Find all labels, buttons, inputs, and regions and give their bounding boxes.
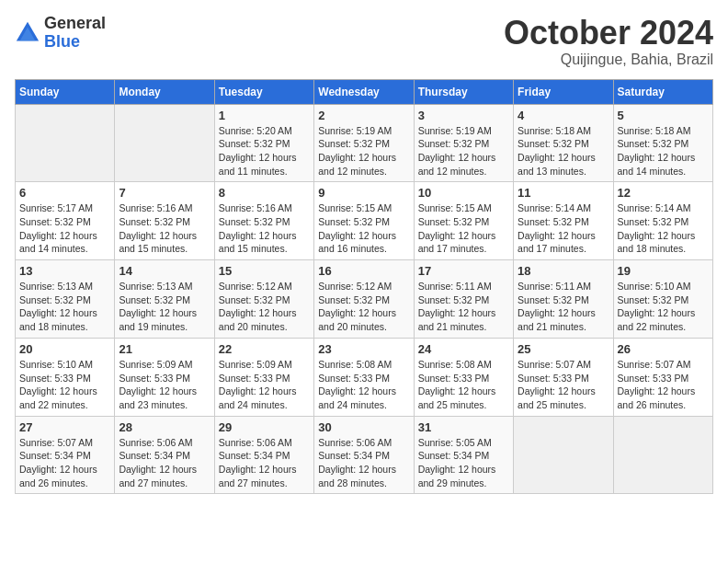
title-block: October 2024 Quijingue, Bahia, Brazil [504, 15, 713, 68]
logo-icon [15, 20, 40, 46]
calendar-cell: 24Sunrise: 5:08 AMSunset: 5:33 PMDayligh… [414, 338, 513, 416]
day-detail: Sunrise: 5:16 AMSunset: 5:32 PMDaylight:… [219, 201, 310, 256]
weekday-header: Thursday [414, 79, 513, 104]
day-number: 5 [618, 109, 709, 122]
day-number: 8 [219, 186, 310, 200]
day-number: 18 [518, 264, 609, 278]
calendar-cell: 15Sunrise: 5:12 AMSunset: 5:32 PMDayligh… [214, 260, 313, 339]
day-number: 26 [618, 342, 709, 356]
day-number: 13 [19, 264, 110, 278]
calendar-cell: 23Sunrise: 5:08 AMSunset: 5:33 PMDayligh… [314, 338, 414, 416]
calendar-cell: 26Sunrise: 5:07 AMSunset: 5:33 PMDayligh… [613, 338, 712, 416]
day-detail: Sunrise: 5:19 AMSunset: 5:32 PMDaylight:… [418, 124, 509, 178]
calendar-cell: 19Sunrise: 5:10 AMSunset: 5:32 PMDayligh… [613, 260, 712, 339]
calendar-cell: 1Sunrise: 5:20 AMSunset: 5:32 PMDaylight… [214, 104, 313, 182]
day-detail: Sunrise: 5:12 AMSunset: 5:32 PMDaylight:… [318, 280, 409, 334]
day-number: 29 [219, 420, 310, 434]
calendar-body: 1Sunrise: 5:20 AMSunset: 5:32 PMDaylight… [16, 104, 713, 494]
day-number: 21 [119, 342, 210, 356]
calendar-cell [115, 104, 214, 182]
calendar-cell: 2Sunrise: 5:19 AMSunset: 5:32 PMDaylight… [314, 104, 414, 182]
day-number: 31 [418, 420, 509, 434]
calendar-cell: 13Sunrise: 5:13 AMSunset: 5:32 PMDayligh… [16, 260, 115, 339]
day-number: 28 [119, 420, 210, 434]
logo: General Blue [15, 15, 106, 52]
calendar-cell: 10Sunrise: 5:15 AMSunset: 5:32 PMDayligh… [414, 182, 513, 260]
calendar-cell: 16Sunrise: 5:12 AMSunset: 5:32 PMDayligh… [314, 260, 414, 339]
calendar-cell: 14Sunrise: 5:13 AMSunset: 5:32 PMDayligh… [115, 260, 214, 339]
calendar-cell: 17Sunrise: 5:11 AMSunset: 5:32 PMDayligh… [414, 260, 513, 339]
day-detail: Sunrise: 5:16 AMSunset: 5:32 PMDaylight:… [119, 201, 210, 256]
day-number: 15 [219, 264, 310, 278]
day-number: 11 [518, 186, 609, 200]
day-number: 4 [518, 109, 609, 122]
day-detail: Sunrise: 5:06 AMSunset: 5:34 PMDaylight:… [318, 436, 409, 490]
day-detail: Sunrise: 5:12 AMSunset: 5:32 PMDaylight:… [219, 280, 310, 334]
day-detail: Sunrise: 5:14 AMSunset: 5:32 PMDaylight:… [618, 201, 709, 256]
calendar-header: SundayMondayTuesdayWednesdayThursdayFrid… [16, 79, 713, 104]
day-number: 23 [318, 342, 409, 356]
weekday-header: Tuesday [214, 79, 313, 104]
calendar-cell: 8Sunrise: 5:16 AMSunset: 5:32 PMDaylight… [214, 182, 313, 260]
day-detail: Sunrise: 5:07 AMSunset: 5:33 PMDaylight:… [618, 358, 709, 412]
calendar-table: SundayMondayTuesdayWednesdayThursdayFrid… [15, 79, 713, 495]
weekday-row: SundayMondayTuesdayWednesdayThursdayFrid… [16, 79, 713, 104]
day-detail: Sunrise: 5:19 AMSunset: 5:32 PMDaylight:… [318, 124, 409, 178]
calendar-cell: 3Sunrise: 5:19 AMSunset: 5:32 PMDaylight… [414, 104, 513, 182]
day-number: 10 [418, 186, 509, 200]
day-detail: Sunrise: 5:07 AMSunset: 5:33 PMDaylight:… [518, 358, 609, 412]
logo-general-text: General [44, 14, 106, 32]
calendar-cell: 9Sunrise: 5:15 AMSunset: 5:32 PMDaylight… [314, 182, 414, 260]
location-subtitle: Quijingue, Bahia, Brazil [504, 52, 713, 68]
calendar-week-row: 1Sunrise: 5:20 AMSunset: 5:32 PMDaylight… [16, 104, 713, 182]
calendar-cell [613, 416, 712, 494]
calendar-cell: 27Sunrise: 5:07 AMSunset: 5:34 PMDayligh… [16, 416, 115, 494]
day-number: 1 [219, 109, 310, 122]
day-number: 3 [418, 109, 509, 122]
day-detail: Sunrise: 5:11 AMSunset: 5:32 PMDaylight:… [418, 280, 509, 334]
day-number: 19 [618, 264, 709, 278]
calendar-cell [514, 416, 613, 494]
day-number: 24 [418, 342, 509, 356]
day-detail: Sunrise: 5:10 AMSunset: 5:33 PMDaylight:… [19, 358, 110, 412]
day-number: 14 [119, 264, 210, 278]
weekday-header: Saturday [613, 79, 712, 104]
day-detail: Sunrise: 5:20 AMSunset: 5:32 PMDaylight:… [219, 124, 310, 178]
weekday-header: Wednesday [314, 79, 414, 104]
day-number: 20 [19, 342, 110, 356]
calendar-week-row: 27Sunrise: 5:07 AMSunset: 5:34 PMDayligh… [16, 416, 713, 494]
calendar-cell: 6Sunrise: 5:17 AMSunset: 5:32 PMDaylight… [16, 182, 115, 260]
day-number: 30 [318, 420, 409, 434]
day-detail: Sunrise: 5:09 AMSunset: 5:33 PMDaylight:… [219, 358, 310, 412]
calendar-week-row: 13Sunrise: 5:13 AMSunset: 5:32 PMDayligh… [16, 260, 713, 339]
calendar-cell: 21Sunrise: 5:09 AMSunset: 5:33 PMDayligh… [115, 338, 214, 416]
day-detail: Sunrise: 5:18 AMSunset: 5:32 PMDaylight:… [518, 124, 609, 178]
day-number: 17 [418, 264, 509, 278]
day-number: 9 [318, 186, 409, 200]
calendar-week-row: 20Sunrise: 5:10 AMSunset: 5:33 PMDayligh… [16, 338, 713, 416]
calendar-cell: 7Sunrise: 5:16 AMSunset: 5:32 PMDaylight… [115, 182, 214, 260]
day-number: 7 [119, 186, 210, 200]
day-detail: Sunrise: 5:05 AMSunset: 5:34 PMDaylight:… [418, 436, 509, 490]
weekday-header: Sunday [16, 79, 115, 104]
calendar-cell: 4Sunrise: 5:18 AMSunset: 5:32 PMDaylight… [514, 104, 613, 182]
calendar-week-row: 6Sunrise: 5:17 AMSunset: 5:32 PMDaylight… [16, 182, 713, 260]
calendar-cell [16, 104, 115, 182]
day-number: 27 [19, 420, 110, 434]
logo-blue-text: Blue [44, 32, 80, 51]
calendar-cell: 20Sunrise: 5:10 AMSunset: 5:33 PMDayligh… [16, 338, 115, 416]
calendar-cell: 11Sunrise: 5:14 AMSunset: 5:32 PMDayligh… [514, 182, 613, 260]
day-detail: Sunrise: 5:13 AMSunset: 5:32 PMDaylight:… [19, 280, 110, 334]
weekday-header: Friday [514, 79, 613, 104]
day-number: 12 [618, 186, 709, 200]
day-number: 6 [19, 186, 110, 200]
weekday-header: Monday [115, 79, 214, 104]
calendar-cell: 29Sunrise: 5:06 AMSunset: 5:34 PMDayligh… [214, 416, 313, 494]
day-detail: Sunrise: 5:10 AMSunset: 5:32 PMDaylight:… [618, 280, 709, 334]
calendar-cell: 30Sunrise: 5:06 AMSunset: 5:34 PMDayligh… [314, 416, 414, 494]
day-detail: Sunrise: 5:06 AMSunset: 5:34 PMDaylight:… [119, 436, 210, 490]
day-detail: Sunrise: 5:08 AMSunset: 5:33 PMDaylight:… [418, 358, 509, 412]
calendar-cell: 5Sunrise: 5:18 AMSunset: 5:32 PMDaylight… [613, 104, 712, 182]
day-detail: Sunrise: 5:09 AMSunset: 5:33 PMDaylight:… [119, 358, 210, 412]
calendar-cell: 25Sunrise: 5:07 AMSunset: 5:33 PMDayligh… [514, 338, 613, 416]
